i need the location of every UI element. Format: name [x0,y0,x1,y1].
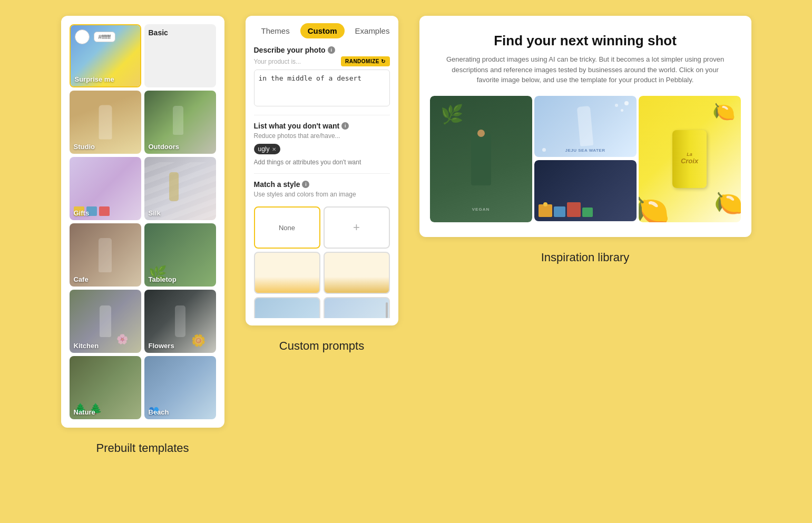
dont-want-title: List what you don't want i [254,122,390,130]
custom-label: Custom prompts [279,339,364,353]
scroll-thumb[interactable] [386,302,388,318]
style-item-none[interactable]: None [254,206,320,249]
color-hex-chip[interactable]: #ffffff [94,32,115,42]
circle-color-btn[interactable] [75,29,90,44]
template-label-surprise: Surprise me [75,75,114,83]
custom-section: Themes Custom Examples Describe your pho… [246,16,398,353]
template-label-cafe: Cafe [74,275,89,283]
template-label-kitchen: Kitchen [74,342,99,350]
inspiration-grid: 🌿 VEGAN JEJU SEA WATER [419,96,751,237]
divider-2 [254,173,390,174]
tags-row: ugly ✕ [254,144,390,167]
template-item-basic[interactable]: Basic [144,24,216,87]
dont-want-info-icon: i [341,122,349,130]
style-item-swatch-1[interactable] [254,252,320,294]
describe-input-row: Your product is... RANDOMIZE ↻ [254,56,390,66]
describe-placeholder: Your product is... [254,58,338,65]
style-item-swatch-3[interactable] [254,297,320,318]
template-item-studio[interactable]: Studio [70,91,141,154]
custom-panel: Themes Custom Examples Describe your pho… [246,16,398,325]
prebuilt-label: Prebuilt templates [96,441,189,455]
style-item-swatch-4[interactable] [324,297,390,318]
describe-info-icon: i [328,46,335,54]
template-label-beach: Beach [149,408,169,416]
template-item-beach[interactable]: 👥 Beach [144,356,216,419]
insp-cell-seawater[interactable]: JEJU SEA WATER [534,96,637,158]
randomize-button[interactable]: RANDOMIZE ↻ [341,56,390,66]
template-label-outdoors: Outdoors [149,143,180,151]
inspiration-title: Find your next winning shot [441,33,730,49]
tab-custom[interactable]: Custom [300,23,345,38]
style-grid: None + [254,206,390,318]
inspiration-section: Find your next winning shot Generating p… [419,16,751,264]
style-item-add[interactable]: + [324,206,390,249]
template-item-flowers[interactable]: 🌼 Flowers [144,290,216,353]
match-style-info-icon: i [302,181,309,188]
template-item-silk[interactable]: Silk [144,157,216,220]
tag-ugly: ugly ✕ [254,144,280,154]
inspiration-panel: Find your next winning shot Generating p… [419,16,751,237]
insp-cell-lacroix[interactable]: 🍋 🍋 🍋 La Croix [639,96,741,222]
insp-cell-gifts[interactable] [534,160,637,222]
template-item-cafe[interactable]: Cafe [70,223,141,287]
match-style-subtitle: Use styles and colors from an image [254,191,390,198]
describe-textarea[interactable]: in the middle of a desert [254,70,390,106]
add-tag-input[interactable] [254,157,390,167]
describe-title: Describe your photo i [254,46,390,54]
template-label-studio: Studio [74,143,95,151]
template-item-surprise[interactable]: #ffffff Surprise me [70,24,141,87]
templates-grid: #ffffff Surprise me Basic Studio [70,24,216,419]
template-label-gifts: Gifts [74,209,90,217]
template-label-basic: Basic [149,28,168,37]
inspiration-header: Find your next winning shot Generating p… [419,16,751,96]
prebuilt-section: #ffffff Surprise me Basic Studio [61,16,224,455]
template-item-nature[interactable]: 🌲 🌲 Nature [70,356,141,419]
custom-body: Describe your photo i Your product is...… [246,38,398,325]
tab-examples[interactable]: Examples [348,23,397,38]
template-label-silk: Silk [149,209,161,217]
template-label-nature: Nature [74,408,95,416]
dont-want-subtitle: Reduce photos that are/have... [254,132,390,140]
insp-cell-vegan[interactable]: 🌿 VEGAN [430,96,532,222]
template-item-outdoors[interactable]: Outdoors [144,91,216,154]
match-style-title: Match a style i [254,180,390,189]
template-label-flowers: Flowers [149,342,174,350]
templates-panel: #ffffff Surprise me Basic Studio [61,16,224,428]
style-grid-container: None + [254,202,390,318]
template-item-gifts[interactable]: Gifts [70,157,141,220]
inspiration-description: Generating product images using AI can b… [441,54,730,85]
template-item-tabletop[interactable]: 🌿 Tabletop [144,223,216,287]
inspiration-label: Inspiration library [541,251,630,264]
tab-themes[interactable]: Themes [254,23,297,38]
template-label-tabletop: Tabletop [149,275,177,283]
tabs-row: Themes Custom Examples [246,16,398,38]
tag-ugly-remove[interactable]: ✕ [272,146,276,152]
style-item-swatch-2[interactable] [324,252,390,294]
template-item-kitchen[interactable]: 🌸 Kitchen [70,290,141,353]
divider-1 [254,115,390,115]
